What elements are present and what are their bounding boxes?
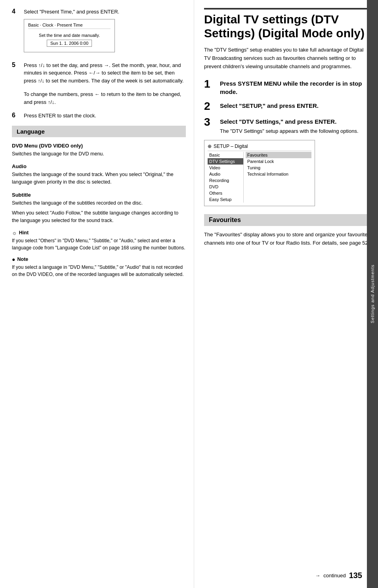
setup-screen-body: Basic DTV Settings Video Audio Recording… <box>208 152 311 203</box>
screen-date-value: Sun 1. 1. 2006 0:00 <box>47 40 92 47</box>
page-title: Digital TV settings (DTV Settings) (Digi… <box>204 8 370 40</box>
step-5-content: Press ↑/↓ to set the day, and press →. S… <box>24 61 186 106</box>
audio-title: Audio <box>12 163 186 169</box>
hint-box: ☼ Hint If you select "Others" in "DVD Me… <box>12 230 186 251</box>
big-step-3-number: 3 <box>204 117 216 128</box>
setup-menu-left: Basic DTV Settings Video Audio Recording… <box>208 152 243 203</box>
submenu-technical: Technical Information <box>246 171 311 177</box>
intro-text: The "DTV Settings" setup enables you to … <box>204 46 370 71</box>
submenu-tuning: Tuning <box>246 165 311 171</box>
dvd-menu-title: DVD Menu (DVD VIDEO only) <box>12 143 186 149</box>
clock-screen-mockup: Basic · Clock · Present Time Set the tim… <box>24 19 115 52</box>
menu-audio: Audio <box>208 171 243 177</box>
menu-basic: Basic <box>208 152 243 158</box>
continued-text: continued <box>323 573 346 578</box>
step-6-text: Press ENTER to start the clock. <box>24 112 186 120</box>
favourites-title: Favourites <box>209 216 241 223</box>
screen-body-text: Set the time and date manually. <box>28 33 111 38</box>
big-step-1: 1 Press SYSTEM MENU while the recorder i… <box>204 79 370 96</box>
subtitle-text2: When you select "Audio Follow," the subt… <box>12 209 186 225</box>
step-4-number: 4 <box>12 8 20 56</box>
note-icon: ● <box>12 256 15 262</box>
big-step-3-content: Select "DTV Settings," and press ENTER. … <box>220 117 359 135</box>
subtitle-title: Subtitle <box>12 192 186 198</box>
left-column: 4 Select "Present Time," and press ENTER… <box>0 0 194 588</box>
main-content: 4 Select "Present Time," and press ENTER… <box>0 0 378 588</box>
hint-title: ☼ Hint <box>12 230 186 236</box>
favourites-text: The "Favourites" display allows you to s… <box>204 231 370 247</box>
screen-body: Set the time and date manually. Sun 1. 1… <box>28 31 111 49</box>
setup-screen-title: SETUP – Digital <box>214 144 248 149</box>
step-6-number: 6 <box>12 112 20 120</box>
hint-label: Hint <box>19 230 29 236</box>
big-step-3-sub: The "DTV Settings" setup appears with th… <box>220 127 359 135</box>
page-number: 135 <box>349 571 362 580</box>
sidebar-tab-label: Settings and Adjustments <box>370 264 375 323</box>
language-section-header: Language <box>12 126 186 137</box>
big-step-1-text: Press SYSTEM MENU while the recorder is … <box>220 79 370 96</box>
setup-screen-mockup: ⊕ SETUP – Digital Basic DTV Settings Vid… <box>204 140 315 206</box>
submenu-empty1 <box>246 177 311 184</box>
menu-others: Others <box>208 190 243 196</box>
step-5-item: 5 Press ↑/↓ to set the day, and press →.… <box>12 61 186 106</box>
big-step-3-text: Select "DTV Settings," and press ENTER. <box>220 117 359 126</box>
setup-icon: ⊕ <box>208 144 212 149</box>
bottom-bar: → continued 135 <box>315 571 362 580</box>
menu-recording: Recording <box>208 177 243 184</box>
screen-header: Basic · Clock · Present Time <box>28 23 111 29</box>
hint-icon: ☼ <box>12 230 17 236</box>
menu-video: Video <box>208 165 243 171</box>
big-step-2-text: Select "SETUP," and press ENTER. <box>220 101 319 110</box>
step-4-item: 4 Select "Present Time," and press ENTER… <box>12 8 186 56</box>
setup-menu-right: Favourites Parental Lock Tuning Technica… <box>243 152 311 203</box>
language-title: Language <box>17 128 45 135</box>
submenu-parental: Parental Lock <box>246 158 311 165</box>
audio-text: Switches the language of the sound track… <box>12 171 186 186</box>
right-column: Digital TV settings (DTV Settings) (Digi… <box>194 0 378 588</box>
menu-easysetup: Easy Setup <box>208 196 243 203</box>
menu-dvd: DVD <box>208 184 243 190</box>
step-4-content: Select "Present Time," and press ENTER. … <box>24 8 186 56</box>
menu-dtvsettings: DTV Settings <box>208 158 243 165</box>
submenu-empty2 <box>246 184 311 190</box>
step-4-text: Select "Present Time," and press ENTER. <box>24 8 186 16</box>
step-6-content: Press ENTER to start the clock. <box>24 112 186 120</box>
big-step-2-number: 2 <box>204 101 216 112</box>
big-step-3: 3 Select "DTV Settings," and press ENTER… <box>204 117 370 135</box>
step-5-number: 5 <box>12 61 20 106</box>
step-5-text2: To change the numbers, press ← to return… <box>24 90 186 106</box>
hint-text: If you select "Others" in "DVD Menu," "S… <box>12 237 186 251</box>
note-title: ● Note <box>12 256 186 262</box>
dvd-menu-text: Switches the language for the DVD menu. <box>12 150 186 158</box>
big-step-1-number: 1 <box>204 79 216 90</box>
favourites-section-header: Favourites <box>204 214 370 226</box>
subtitle-text1: Switches the language of the subtitles r… <box>12 199 186 207</box>
step-5-text1: Press ↑/↓ to set the day, and press →. S… <box>24 61 186 85</box>
note-text: If you select a language in "DVD Menu," … <box>12 264 186 278</box>
continued-arrow: → <box>315 573 320 578</box>
submenu-favourites: Favourites <box>246 152 311 158</box>
big-step-2: 2 Select "SETUP," and press ENTER. <box>204 101 370 112</box>
sidebar-tab: Settings and Adjustments <box>367 0 378 588</box>
note-label: Note <box>17 257 28 262</box>
note-box: ● Note If you select a language in "DVD … <box>12 256 186 278</box>
step-6-item: 6 Press ENTER to start the clock. <box>12 112 186 120</box>
submenu-empty3 <box>246 190 311 196</box>
setup-screen-header: ⊕ SETUP – Digital <box>208 144 311 151</box>
